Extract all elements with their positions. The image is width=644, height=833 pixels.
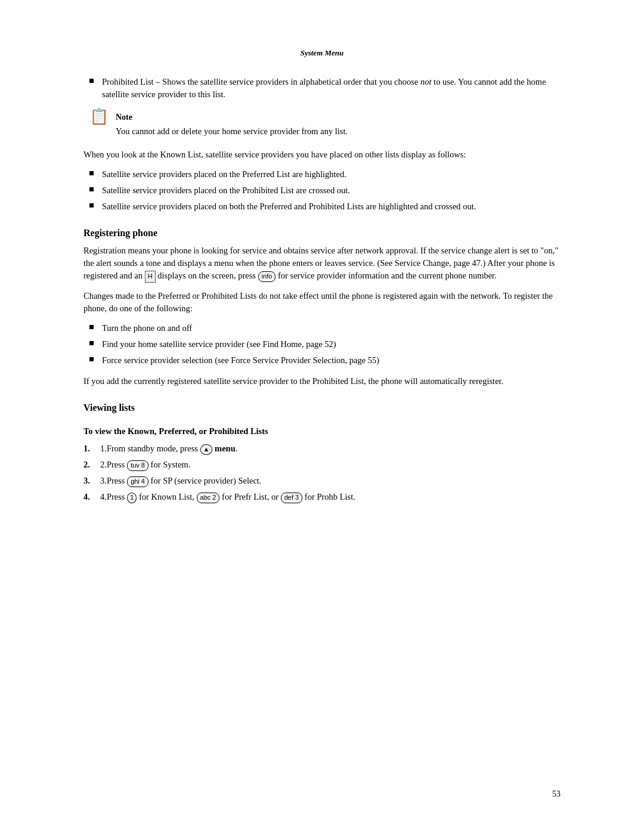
prohibited-list-text: Prohibited List – Shows the satellite se… [102,76,561,101]
step-2: 2. Press tuv 8 for System. [83,459,561,471]
bullet-item-prohibited: Prohibited List – Shows the satellite se… [83,76,561,101]
registering-bullets: Turn the phone on and off Find your home… [83,322,561,367]
step-4: 4. Press 1 for Known List, abc 2 for Pre… [83,491,561,503]
not-italic: not [420,77,432,86]
tuv8-button[interactable]: tuv 8 [127,460,148,470]
bullet-item-prohibited2: Satellite service providers placed on th… [83,184,561,197]
bullet-icon [89,171,94,175]
bullet-icon [89,341,94,345]
step-4-number: 4. [100,491,107,503]
bullet-find-home-text: Find your home satellite service provide… [102,338,561,351]
page-number: 53 [552,788,561,800]
note-icon: 📋 [89,109,109,125]
registering-para3: If you add the currently registered sate… [83,375,561,388]
note-text: You cannot add or delete your home servi… [116,125,561,138]
step-4-content: Press 1 for Known List, abc 2 for Prefr … [107,491,561,503]
bullet-preferred-text: Satellite service providers placed on th… [102,168,561,181]
bullet-both-text: Satellite service providers placed on bo… [102,200,561,213]
bullet-icon [89,203,94,208]
registering-para1: Registration means your phone is looking… [83,244,561,283]
bullet-icon [89,325,94,329]
abc2-button[interactable]: abc 2 [197,493,220,503]
info-button[interactable]: info [258,271,276,281]
step-2-number: 2. [100,459,107,471]
note-content: Note You cannot add or delete your home … [116,112,561,138]
prohibited-list-section: Prohibited List – Shows the satellite se… [83,76,561,101]
step-3: 3. Press ghi 4 for SP (service provider)… [83,475,561,487]
known-list-para: When you look at the Known List, satelli… [83,148,561,161]
bullet-turn-off-text: Turn the phone on and off [102,322,561,335]
step-1-content: From standby mode, press ▲ menu. [107,442,561,455]
note-box: 📋 Note You cannot add or delete your hom… [89,112,561,138]
viewing-heading: Viewing lists [83,401,561,414]
step-2-content: Press tuv 8 for System. [107,459,561,471]
menu-bold: menu [215,444,236,453]
bullet-icon [89,79,94,83]
step-1: 1. From standby mode, press ▲ menu. [83,442,561,455]
note-title: Note [116,112,561,123]
key1-button[interactable]: 1 [127,493,137,503]
bullet-icon [89,187,94,191]
bullet-find-home: Find your home satellite service provide… [83,338,561,351]
page: System Menu Prohibited List – Shows the … [0,0,644,833]
step-3-content: Press ghi 4 for SP (service provider) Se… [107,475,561,487]
step-3-number: 3. [100,475,107,487]
bullet-force-selection: Force service provider selection (see Fo… [83,354,561,367]
bullet-icon [89,357,94,361]
bullet-item-both: Satellite service providers placed on bo… [83,200,561,213]
step-1-number: 1. [100,442,107,455]
bullet-turn-off: Turn the phone on and off [83,322,561,335]
registering-heading: Registering phone [83,226,561,240]
def3-button[interactable]: def 3 [281,493,302,503]
menu-arrow-button[interactable]: ▲ [200,444,213,454]
phone-registered-icon: H [145,271,156,283]
bullet-item-preferred: Satellite service providers placed on th… [83,168,561,181]
bullet-force-text: Force service provider selection (see Fo… [102,354,561,367]
registering-para2: Changes made to the Preferred or Prohibi… [83,290,561,315]
bullet-prohibited-text: Satellite service providers placed on th… [102,184,561,197]
ghi4-button[interactable]: ghi 4 [127,476,148,487]
known-list-bullets: Satellite service providers placed on th… [83,168,561,213]
page-header: System Menu [83,48,561,59]
steps-list: 1. From standby mode, press ▲ menu. 2. P… [83,442,561,503]
viewing-subheading: To view the Known, Preferred, or Prohibi… [83,425,561,438]
